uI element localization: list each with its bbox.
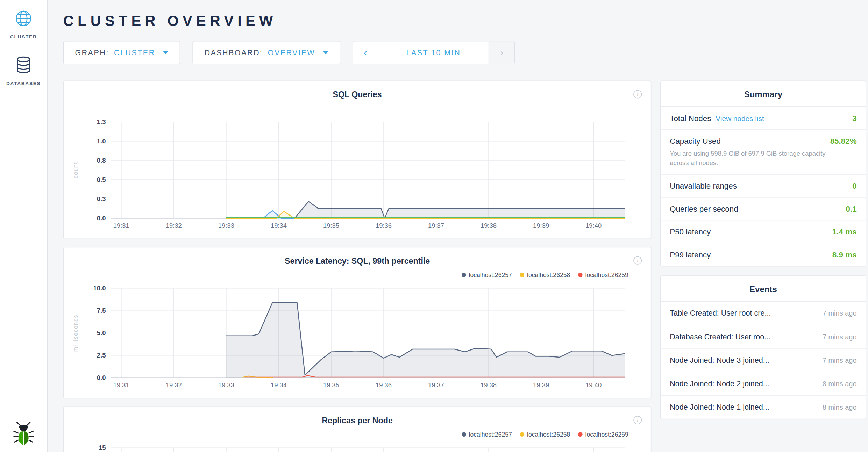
summary-value: 0 — [852, 182, 856, 191]
event-time: 7 mins ago — [823, 310, 857, 317]
sql-queries-card: SQL Queries i 1.31.00.80.50.30.019:3119:… — [63, 80, 652, 239]
legend-dot-icon — [578, 432, 583, 437]
svg-text:19:34: 19:34 — [271, 222, 287, 229]
svg-text:0.0: 0.0 — [97, 374, 106, 381]
legend-dot-icon — [578, 273, 583, 277]
chart-header: Replicas per Node i — [71, 407, 644, 425]
svg-text:0.5: 0.5 — [97, 176, 106, 183]
globe-icon — [15, 10, 32, 34]
svg-text:19:40: 19:40 — [585, 381, 602, 389]
summary-label: P50 latency — [670, 227, 711, 236]
time-window-label[interactable]: LAST 10 MIN — [378, 41, 489, 64]
summary-value: 8.9 ms — [832, 250, 857, 260]
svg-text:count: count — [73, 162, 79, 178]
dashboard-content: SQL Queries i 1.31.00.80.50.30.019:3119:… — [63, 80, 868, 452]
event-row[interactable]: Table Created: User root cre... 7 mins a… — [661, 302, 866, 325]
svg-text:19:36: 19:36 — [376, 222, 392, 229]
legend-item: localhost:26258 — [520, 431, 570, 438]
time-window-selector: ‹ LAST 10 MIN › — [353, 41, 515, 64]
info-icon[interactable]: i — [633, 256, 642, 265]
legend-dot-icon — [520, 432, 524, 437]
summary-title: Summary — [661, 81, 866, 107]
svg-text:19:35: 19:35 — [323, 222, 339, 229]
capacity-subtext: You are using 598.9 GiB of 697.9 GiB sto… — [670, 149, 856, 168]
summary-row-qps: Queries per second 0.1 — [661, 198, 866, 221]
summary-value: 0.1 — [846, 205, 856, 214]
summary-row-p99: P99 latency 8.9 ms — [661, 244, 866, 266]
dashboard-dropdown-value: OVERVIEW — [268, 48, 315, 57]
svg-text:5.0: 5.0 — [97, 329, 106, 337]
svg-text:19:38: 19:38 — [481, 381, 497, 389]
svg-text:19:33: 19:33 — [218, 381, 234, 389]
svg-text:10.0: 10.0 — [93, 284, 106, 292]
legend-dot-icon — [462, 273, 466, 277]
service-latency-card: Service Latency: SQL, 99th percentile i … — [63, 247, 652, 399]
legend-dot-icon — [520, 273, 524, 277]
svg-text:19:32: 19:32 — [166, 381, 182, 389]
svg-text:1.3: 1.3 — [97, 118, 106, 126]
chart-header: SQL Queries i — [71, 81, 644, 100]
sidebar-item-cluster[interactable]: CLUSTER — [10, 10, 37, 40]
event-time: 7 mins ago — [823, 333, 857, 341]
summary-row-p50: P50 latency 1.4 ms — [661, 221, 866, 244]
time-next-button[interactable]: › — [489, 41, 514, 64]
sql-queries-chart: 1.31.00.80.50.30.019:3119:3219:3319:3419… — [71, 114, 644, 235]
events-panel: Events Table Created: User root cre... 7… — [660, 276, 866, 419]
chart-header: Service Latency: SQL, 99th percentile i — [71, 247, 644, 266]
event-row[interactable]: Database Created: User roo... 7 mins ago — [661, 325, 866, 349]
app-window: CLUSTER DATABASES CL — [0, 0, 868, 452]
info-icon[interactable]: i — [633, 416, 642, 424]
svg-text:0.8: 0.8 — [97, 157, 106, 164]
svg-text:15: 15 — [99, 444, 106, 451]
summary-label: Total Nodes — [670, 114, 711, 123]
event-time: 8 mins ago — [823, 380, 857, 388]
svg-text:7.5: 7.5 — [97, 307, 106, 314]
chart-title: Service Latency: SQL, 99th percentile — [285, 256, 430, 266]
service-latency-chart: 10.07.55.02.50.019:3119:3219:3319:3419:3… — [71, 281, 644, 395]
event-text: Node Joined: Node 3 joined... — [670, 356, 817, 365]
event-row[interactable]: Node Joined: Node 3 joined... 7 mins ago — [661, 349, 866, 372]
summary-label: Unavailable ranges — [670, 182, 737, 191]
chart-legend: localhost:26257localhost:26258localhost:… — [71, 430, 628, 439]
summary-value: 1.4 ms — [832, 227, 857, 236]
summary-row-capacity: Capacity Used 85.82% You are using 598.9… — [661, 130, 866, 175]
sidebar-item-label: CLUSTER — [10, 34, 37, 40]
svg-text:19:34: 19:34 — [271, 381, 287, 389]
summary-row-unavailable-ranges: Unavailable ranges 0 — [661, 175, 866, 198]
legend-dot-icon — [462, 432, 466, 437]
svg-text:19:39: 19:39 — [533, 222, 549, 229]
svg-text:milliseconds: milliseconds — [73, 315, 79, 352]
svg-text:19:39: 19:39 — [533, 381, 549, 389]
svg-text:0.3: 0.3 — [97, 195, 106, 203]
svg-text:19:36: 19:36 — [376, 381, 392, 389]
dashboard-dropdown[interactable]: DASHBOARD: OVERVIEW — [193, 41, 340, 64]
charts-column: SQL Queries i 1.31.00.80.50.30.019:3119:… — [63, 80, 652, 452]
svg-text:19:35: 19:35 — [323, 381, 339, 389]
page-title: CLUSTER OVERVIEW — [63, 12, 868, 30]
replicas-per-node-card: Replicas per Node i localhost:26257local… — [63, 407, 652, 452]
summary-label: P99 latency — [670, 250, 711, 260]
event-text: Node Joined: Node 1 joined... — [670, 403, 817, 412]
info-icon[interactable]: i — [633, 90, 642, 99]
legend-item: localhost:26258 — [520, 271, 570, 278]
right-column: Summary Total Nodes View nodes list 3 Ca… — [660, 80, 866, 452]
dashboard-dropdown-label: DASHBOARD: — [204, 48, 263, 57]
sidebar-item-databases[interactable]: DATABASES — [6, 57, 41, 86]
summary-value: 3 — [852, 114, 856, 123]
svg-text:19:40: 19:40 — [585, 222, 602, 229]
event-text: Database Created: User roo... — [670, 333, 817, 341]
svg-text:19:33: 19:33 — [218, 222, 234, 229]
graph-controls: GRAPH: CLUSTER DASHBOARD: OVERVIEW ‹ LAS… — [63, 41, 868, 64]
summary-panel: Summary Total Nodes View nodes list 3 Ca… — [660, 80, 866, 267]
chevron-down-icon — [323, 51, 328, 55]
cockroachdb-logo — [0, 421, 47, 445]
event-text: Node Joined: Node 2 joined... — [670, 380, 817, 388]
view-nodes-link[interactable]: View nodes list — [716, 114, 764, 122]
time-prev-button[interactable]: ‹ — [353, 41, 378, 64]
events-title: Events — [661, 276, 866, 302]
summary-value: 85.82% — [830, 136, 857, 146]
event-row[interactable]: Node Joined: Node 1 joined... 8 mins ago — [661, 396, 866, 419]
svg-text:19:31: 19:31 — [113, 381, 129, 389]
graph-dropdown[interactable]: GRAPH: CLUSTER — [63, 41, 180, 64]
event-row[interactable]: Node Joined: Node 2 joined... 8 mins ago — [661, 373, 866, 396]
